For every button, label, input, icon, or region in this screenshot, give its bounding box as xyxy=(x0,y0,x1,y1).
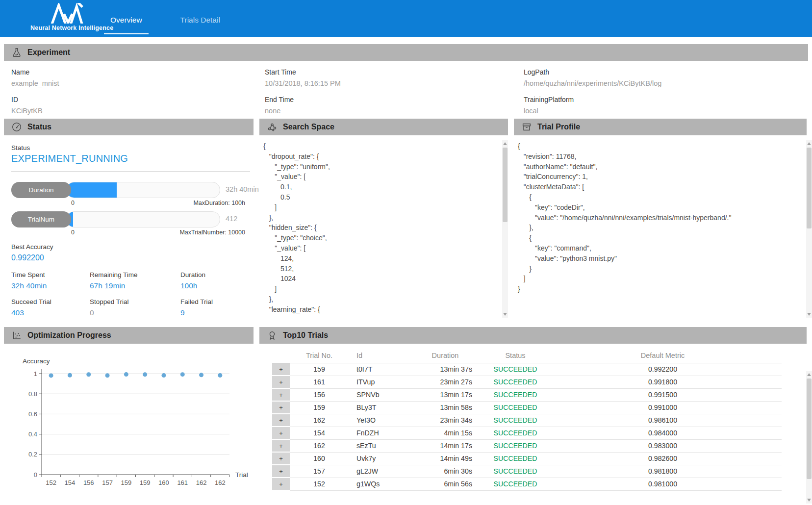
data-point xyxy=(180,372,185,377)
json-line: } xyxy=(518,264,812,274)
stat-value: 100h xyxy=(180,281,254,290)
expand-row-button[interactable]: + xyxy=(272,414,290,427)
table-row: +162sEzTu14min 17sSUCCEEDED0.983000 xyxy=(272,439,782,452)
scroll-thumb[interactable] xyxy=(807,379,812,479)
field-value: 10/31/2018, 8:16:15 PM xyxy=(265,77,524,89)
cell-id: t0I7T xyxy=(349,363,404,376)
field-value: example_mnist xyxy=(11,77,265,89)
scroll-down-arrow[interactable] xyxy=(806,311,812,318)
cell-id: ITVup xyxy=(349,376,404,388)
tab-overview[interactable]: Overview xyxy=(104,13,149,34)
progress-bar-fill xyxy=(67,182,117,198)
svg-text:0.2: 0.2 xyxy=(28,451,37,458)
tab-trials-detail[interactable]: Trials Detail xyxy=(174,13,227,34)
stat-succeed-trial: Succeed Trial403 xyxy=(11,298,90,317)
cell-id: YeI3O xyxy=(349,414,404,427)
search-space-scrollbar[interactable] xyxy=(502,140,508,318)
cell-trial-no: 162 xyxy=(290,439,349,452)
cell-status: SUCCEEDED xyxy=(487,452,544,465)
field-value: local xyxy=(524,105,812,117)
progress-bar-track xyxy=(66,211,220,227)
range-min: 0 xyxy=(71,229,75,236)
json-line: 0.5 xyxy=(263,192,508,202)
field-label: LogPath xyxy=(524,67,812,77)
cell-status: SUCCEEDED xyxy=(487,465,544,478)
stat-value: 32h 40min xyxy=(11,281,90,290)
cell-default-metric: 0.991500 xyxy=(544,388,782,401)
range-min: 0 xyxy=(71,200,75,206)
top10-scrollbar[interactable] xyxy=(806,371,812,504)
cell-default-metric: 0.991000 xyxy=(544,401,782,414)
svg-text:162: 162 xyxy=(196,479,207,486)
cell-duration: 6min 30s xyxy=(404,465,487,478)
json-line: "clusterMetaData": [ xyxy=(518,182,812,192)
status-stats: Time Spent32h 40minRemaining Time67h 19m… xyxy=(11,271,254,317)
field-value: KCiBytKB xyxy=(11,105,265,117)
scroll-up-arrow[interactable] xyxy=(806,371,812,378)
data-point xyxy=(143,372,147,377)
cell-status: SUCCEEDED xyxy=(487,427,544,439)
stat-value: 403 xyxy=(11,308,90,317)
best-accuracy-value: 0.992200 xyxy=(11,253,254,262)
json-line: "value": "python3 mnist.py" xyxy=(518,253,812,264)
cell-default-metric: 0.981800 xyxy=(544,465,782,478)
cell-default-metric: 0.981000 xyxy=(544,478,782,490)
archive-box-icon xyxy=(521,122,532,132)
experiment-field: LogPath/home/quzha/nni/experiments/KCiBy… xyxy=(524,67,812,89)
cell-default-metric: 0.991800 xyxy=(544,376,782,388)
cell-status: SUCCEEDED xyxy=(487,401,544,414)
json-line: "authorName": "default", xyxy=(518,162,812,172)
nav-tabs: OverviewTrials Detail xyxy=(104,13,227,34)
scroll-up-arrow[interactable] xyxy=(806,140,812,147)
optimization-section-header: Optimization Progress xyxy=(4,327,254,344)
table-row: +161ITVup23min 27sSUCCEEDED0.991800 xyxy=(272,376,782,388)
top10-table: Trial No.IdDurationStatusDefault Metric … xyxy=(272,352,782,491)
column-header-duration: Duration xyxy=(404,352,487,363)
expand-row-button[interactable]: + xyxy=(272,452,290,465)
top10-section-header: Top10 Trials xyxy=(259,327,807,344)
cell-id: g1WQs xyxy=(349,478,404,490)
cell-default-metric: 0.982600 xyxy=(544,452,782,465)
cell-id: gL2JW xyxy=(349,465,404,478)
json-line: "value": "/home/quzha/nni/nni/examples/t… xyxy=(518,213,812,223)
json-line: ] xyxy=(518,274,812,284)
trial-profile-scrollbar[interactable] xyxy=(806,140,812,318)
search-space-json: { "dropout_rate": { "_type": "uniform", … xyxy=(259,135,508,320)
table-row: +159BLy3T13min 58sSUCCEEDED0.991000 xyxy=(272,401,782,414)
progress-bar-range: 0MaxDuration: 100h xyxy=(71,200,245,206)
progress-bar-track xyxy=(66,182,220,198)
scroll-down-arrow[interactable] xyxy=(502,311,508,318)
stat-label: Stopped Trial xyxy=(90,298,180,305)
scroll-thumb[interactable] xyxy=(503,148,508,222)
expand-row-button[interactable]: + xyxy=(272,478,290,490)
cell-id: BLy3T xyxy=(349,401,404,414)
scroll-up-arrow[interactable] xyxy=(502,140,508,147)
cell-trial-no: 159 xyxy=(290,363,349,376)
json-line: ] xyxy=(263,284,508,294)
field-value: /home/quzha/nni/experiments/KCiBytKB/log xyxy=(524,77,812,89)
cell-default-metric: 0.986100 xyxy=(544,414,782,427)
json-line: "trialConcurrency": 1, xyxy=(518,172,812,182)
svg-text:Accuracy: Accuracy xyxy=(23,357,50,365)
expand-row-button[interactable]: + xyxy=(272,465,290,478)
nni-overview-page: Neural Network Intelligence OverviewTria… xyxy=(0,0,812,505)
cell-status: SUCCEEDED xyxy=(487,388,544,401)
stat-label: Remaining Time xyxy=(90,271,180,278)
expand-row-button[interactable]: + xyxy=(272,401,290,414)
stat-value: 0 xyxy=(90,308,180,317)
stat-label: Failed Trial xyxy=(180,298,254,305)
expand-row-button[interactable]: + xyxy=(272,363,290,376)
scroll-down-arrow[interactable] xyxy=(806,497,812,504)
json-line: "learning_rate": { xyxy=(263,304,508,315)
json-line: "hidden_size": { xyxy=(263,223,508,233)
cell-trial-no: 161 xyxy=(290,376,349,388)
stat-stopped-trial: Stopped Trial0 xyxy=(90,298,180,317)
expand-row-button[interactable]: + xyxy=(272,388,290,401)
scroll-thumb[interactable] xyxy=(807,148,812,228)
expand-row-button[interactable]: + xyxy=(272,376,290,388)
expand-row-button[interactable]: + xyxy=(272,427,290,439)
medal-icon xyxy=(267,330,278,341)
data-point xyxy=(124,372,128,377)
expand-row-button[interactable]: + xyxy=(272,439,290,452)
progress-bars: Duration32h 40min0MaxDuration: 100hTrial… xyxy=(11,182,254,236)
